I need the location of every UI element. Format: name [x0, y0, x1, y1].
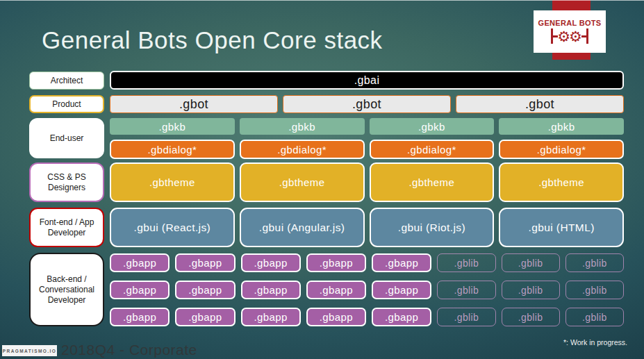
role-label-product: Product: [29, 95, 104, 113]
box-gblib: .gblib: [565, 253, 624, 272]
box-gbtheme-4: .gbtheme: [499, 162, 624, 202]
row-backend-1: .gbapp .gbapp .gbapp .gbapp .gbapp .gbli…: [110, 253, 624, 272]
box-gblib: .gblib: [437, 308, 495, 326]
box-gbapp: .gbapp: [175, 281, 235, 299]
box-gbai: .gbai: [110, 71, 624, 90]
gears-icon: ⚙ ⚙: [550, 28, 589, 44]
box-gbkb-1: .gbkb: [110, 118, 235, 135]
box-gblib: .gblib: [502, 253, 560, 272]
box-gbot-3: .gbot: [456, 95, 624, 113]
role-label-backend-conversational-developer: Back-end / Conversational Developer: [29, 253, 104, 326]
box-gbapp: .gbapp: [110, 308, 170, 326]
box-gblib: .gblib: [565, 308, 624, 326]
box-gblib: .gblib: [437, 281, 495, 299]
row-gbui: .gbui (React.js) .gbui (Angular.js) .gbu…: [110, 208, 624, 247]
gear-icon: ⚙: [569, 29, 582, 44]
right-bracket-icon: [581, 28, 589, 44]
box-gbapp: .gbapp: [306, 281, 366, 299]
slide-footer-text: 2018Q4 - Corporate: [61, 342, 197, 358]
slide: General Bots Open Core stack GENERAL BOT…: [0, 0, 644, 359]
row-gbtheme: .gbtheme .gbtheme .gbtheme .gbtheme: [110, 162, 624, 202]
box-gbui-angular: .gbui (Angular.js): [240, 208, 365, 247]
row-backend-3: .gbapp .gbapp .gbapp .gbapp .gbapp .gbli…: [110, 308, 624, 326]
box-gbui-riot: .gbui (Riot.js): [370, 208, 495, 247]
box-gbtheme-1: .gbtheme: [110, 162, 235, 202]
box-gbapp: .gbapp: [241, 308, 301, 326]
box-gbkb-2: .gbkb: [240, 118, 365, 135]
box-gbkb-3: .gbkb: [370, 118, 495, 135]
work-in-progress-footnote: *: Work in progress.: [563, 338, 627, 347]
box-gbapp: .gbapp: [372, 281, 431, 299]
box-gbtheme-2: .gbtheme: [240, 162, 365, 202]
slide-title: General Bots Open Core stack: [42, 26, 383, 54]
box-gbdialog-1: .gbdialog*: [110, 140, 235, 159]
left-bracket-icon: [550, 28, 558, 44]
box-gbapp: .gbapp: [372, 308, 431, 326]
row-gbai: .gbai: [110, 71, 624, 90]
box-gbui-html: .gbui (HTML): [499, 208, 624, 247]
box-gbapp: .gbapp: [175, 308, 235, 326]
box-gbot-2: .gbot: [283, 95, 451, 113]
box-gbtheme-3: .gbtheme: [370, 162, 495, 202]
row-gbot: .gbot .gbot .gbot: [110, 95, 624, 113]
box-gbapp: .gbapp: [306, 253, 366, 272]
box-gblib: .gblib: [502, 281, 560, 299]
box-gbot-1: .gbot: [110, 95, 278, 113]
box-gbapp: .gbapp: [175, 253, 235, 272]
row-backend-2: .gbapp .gbapp .gbapp .gbapp .gbapp .gbli…: [110, 281, 624, 299]
box-gblib: .gblib: [437, 253, 495, 272]
general-bots-logo: GENERAL BOTS ⚙ ⚙: [534, 10, 606, 53]
row-gbkb: .gbkb .gbkb .gbkb .gbkb: [110, 118, 624, 135]
role-label-architect: Architect: [29, 72, 104, 90]
box-gbdialog-2: .gbdialog*: [240, 140, 365, 159]
box-gbapp: .gbapp: [241, 253, 301, 272]
row-gbdialog: .gbdialog* .gbdialog* .gbdialog* .gbdial…: [110, 140, 624, 159]
role-label-end-user: End-user: [29, 118, 104, 158]
role-label-css-ps-designers: CSS & PS Designers: [29, 162, 104, 202]
logo-wordmark: GENERAL BOTS: [538, 19, 602, 27]
box-gbapp: .gbapp: [372, 253, 431, 272]
box-gbkb-4: .gbkb: [499, 118, 624, 135]
box-gblib: .gblib: [502, 308, 560, 326]
box-gbdialog-3: .gbdialog*: [370, 140, 495, 159]
role-label-frontend-app-developer: Font-end / App Developer: [29, 208, 104, 247]
box-gbapp: .gbapp: [306, 308, 366, 326]
pragmatismo-brand-badge: PRAGMATISMO.IO: [2, 345, 57, 356]
box-gbapp: .gbapp: [110, 253, 170, 272]
box-gbapp: .gbapp: [241, 281, 301, 299]
box-gbapp: .gbapp: [110, 281, 170, 299]
box-gblib: .gblib: [565, 281, 624, 299]
box-gbdialog-4: .gbdialog*: [499, 140, 624, 159]
box-gbui-react: .gbui (React.js): [110, 208, 235, 247]
